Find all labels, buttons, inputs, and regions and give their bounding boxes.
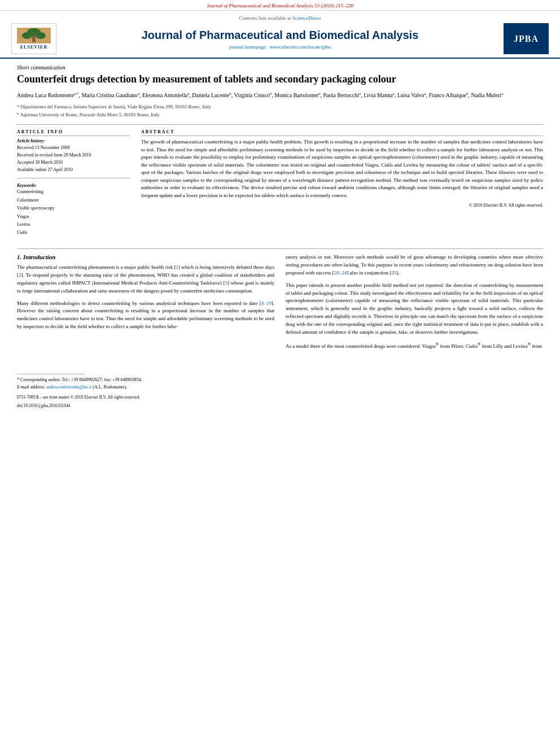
email-address: E-mail address: andrea.rodomonte@iss.it … [17,384,274,391]
article-title: Counterfeit drugs detection by measureme… [17,73,543,86]
right-para3: As a model three of the most counterfeit… [286,341,543,351]
svg-rect-4 [32,36,36,42]
logo-abbr: JPBA [514,34,539,44]
body-col-right: ratory analysis or not. Moreover such me… [286,254,543,408]
accepted-date: Accepted 30 March 2010 [17,159,130,167]
content-header: Contents lists available at ScienceDirec… [0,11,560,59]
svg-point-2 [22,32,32,39]
journal-title: Journal of Pharmaceutical and Biomedical… [68,28,492,42]
email-link[interactable]: andrea.rodomonte@iss.it [46,385,91,390]
keyword-1: Counterfeiting [17,188,130,196]
author-list: Andrea Luca Rodomontea,*, Maria Cristina… [17,92,503,98]
ref-3[interactable]: 3 [225,280,228,286]
ref-2[interactable]: 2 [19,272,21,278]
content-header-inner: ELSEVIER Journal of Pharmaceutical and B… [11,23,549,54]
right-para2: This paper intends to present another po… [286,282,543,337]
article-info-label: ARTICLE INFO [17,129,130,136]
right-para1: ratory analysis or not. Moreover such me… [286,254,543,277]
intro-para2: Many different methodologies to detect c… [17,300,274,331]
journal-citation: Journal of Pharmaceutical and Biomedical… [207,3,353,8]
keyword-2: Colorimeter [17,196,130,204]
contents-line: Contents lists available at ScienceDirec… [239,15,321,21]
keyword-3: Visible spectroscopy [17,204,130,212]
svg-point-3 [36,32,46,39]
abstract-col: ABSTRACT The growth of pharmaceutical co… [141,129,543,242]
journal-homepage: journal homepage: www.elsevier.com/locat… [68,44,492,50]
sciencedirect-link[interactable]: ScienceDirect [292,15,321,21]
affiliation-a: ᵃ Dipartimento del Farmaco, Istituto Sup… [17,103,543,111]
keyword-5: Levitra [17,221,130,229]
elsevier-logo: ELSEVIER [11,23,56,54]
info-divider [17,178,130,178]
footnote-divider [17,374,85,374]
article-container: Short communication Counterfeit drugs de… [0,59,560,420]
footnotes-section: * Corresponding author. Tel.: +39 064990… [17,335,274,408]
elsevier-text: ELSEVIER [20,45,47,50]
authors: Andrea Luca Rodomontea,*, Maria Cristina… [17,90,543,99]
homepage-label: journal homepage: [229,44,267,50]
ref-25[interactable]: 25 [391,270,396,276]
journal-title-center: Journal of Pharmaceutical and Biomedical… [56,28,504,50]
keyword-4: Viagra [17,213,130,221]
available-date: Available online 27 April 2010 [17,167,130,174]
homepage-url[interactable]: www.elsevier.com/locate/jpba [270,44,331,50]
info-abstract-section: ARTICLE INFO Article history: Received 1… [17,129,543,242]
affiliation-b: ᵇ Sapienza University of Rome, Piazzale … [17,111,543,119]
journal-header-bar: Journal of Pharmaceutical and Biomedical… [0,0,560,11]
section1-body: 1. Introduction The pharmaceutical count… [17,254,543,408]
received-revised-date: Received in revised form 29 March 2010 [17,152,130,159]
history-label: Article history: [17,138,130,143]
article-divider [17,124,543,125]
section1-heading: 1. Introduction [17,254,274,260]
intro-para1: The pharmaceutical counterfeiting phenom… [17,264,274,295]
footer-doi: doi:10.1016/j.jpba.2010.03.044 [17,403,274,408]
article-history: Article history: Received 13 November 20… [17,138,130,173]
abstract-label: ABSTRACT [141,129,543,136]
abstract-text: The growth of pharmaceutical counterfeit… [141,138,543,199]
corresponding-author: * Corresponding author. Tel.: +39 064990… [17,377,274,384]
keywords-group: Keywords: Counterfeiting Colorimeter Vis… [17,183,130,237]
received-date: Received 13 November 2009 [17,145,130,152]
copyright-notice: © 2010 Elsevier B.V. All rights reserved… [141,203,543,208]
keyword-6: Cialis [17,229,130,237]
keywords-list: Counterfeiting Colorimeter Visible spect… [17,188,130,237]
ref-20-24[interactable]: 20–24 [334,270,347,276]
body-divider [17,248,543,249]
elsevier-tree-icon [17,28,51,43]
keywords-label: Keywords: [17,183,130,188]
journal-logo-right: JPBA [504,23,549,54]
body-col-left: 1. Introduction The pharmaceutical count… [17,254,274,408]
article-type: Short communication [17,64,543,71]
ref-1[interactable]: 1 [176,264,179,270]
affiliations: ᵃ Dipartimento del Farmaco, Istituto Sup… [17,103,543,119]
ref-4-19[interactable]: 4–19 [261,300,272,306]
footer-issn: 0731-7085/$ – see front matter © 2010 El… [17,395,274,400]
article-info-col: ARTICLE INFO Article history: Received 1… [17,129,130,242]
